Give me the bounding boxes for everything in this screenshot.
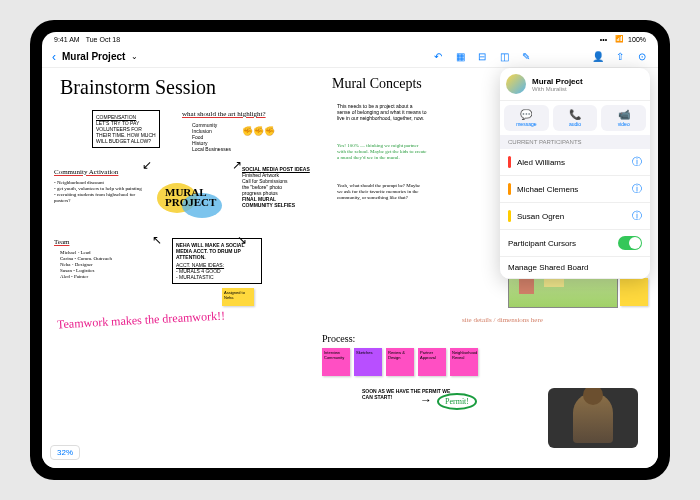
media-icon[interactable]: ▦ [454,51,466,63]
text-yes: Yes! 100% — thinking we might partner wi… [337,143,427,161]
heading-concepts: Mural Concepts [332,76,422,92]
list-highlights: CommunityInclusionFoodHistoryLocal Busin… [192,122,231,152]
info-icon[interactable]: ⓘ [632,209,642,223]
note-compensation[interactable]: COMPENSATION LET'S TRY TO PAY VOLUNTEERS… [92,110,160,148]
note-team: Michael - Lead Carina - Comm. Outreach N… [60,250,112,280]
sticky-assigned[interactable]: Assigned to Neha [222,288,254,306]
text-desc: This needs to be a project about a sense… [337,103,427,121]
note-social: SOCIAL MEDIA POST IDEAS Finished Artwork… [242,166,310,208]
video-participant [573,393,613,443]
pen-icon[interactable]: ✎ [520,51,532,63]
undo-icon[interactable]: ↶ [432,51,444,63]
text-icon[interactable]: ⊟ [476,51,488,63]
shareplay-panel: Mural ProjectWith Muralist 💬message 📞aud… [500,68,650,279]
audio-button[interactable]: 📞audio [553,105,598,131]
label-highlight: what should the art highlight? [182,110,266,118]
panel-header: Mural ProjectWith Muralist [500,68,650,100]
video-button[interactable]: 📹video [601,105,646,131]
sticky-process[interactable]: Interview Community [322,348,350,376]
sticky-note[interactable] [620,278,648,306]
facetime-pip[interactable] [548,388,638,448]
status-bar: 9:41 AMTue Oct 18 •••📶100% [42,32,658,46]
heading-brainstorm: Brainstorm Session [60,76,216,99]
label-process: Process: [322,333,355,344]
participant-row[interactable]: Michael Clemensⓘ [500,176,650,203]
sticky-process[interactable]: Neighborhood Reveal [450,348,478,376]
text-teamwork: Teamwork makes the dreamwork!! [57,309,226,333]
shape-icon[interactable]: ◫ [498,51,510,63]
toolbar: ‹ Mural Project ⌄ ↶ ▦ ⊟ ◫ ✎ 👤 ⇧ ⊙ [42,46,658,68]
note-neha[interactable]: NEHA WILL MAKE A SOCIAL MEDIA ACCT. TO D… [172,238,262,284]
text-details: site details / dimensions here [462,316,543,324]
chevron-down-icon[interactable]: ⌄ [131,52,138,61]
sticky-process[interactable]: Review & Design [386,348,414,376]
share-icon[interactable]: ⇧ [614,51,626,63]
manage-board-button[interactable]: Manage Shared Board [500,257,650,279]
mural-logo[interactable]: MURALPROJECT [157,178,227,228]
note-community: - Neighborhood discount - get youth, vol… [54,180,144,204]
label-team: Team [54,238,69,246]
section-label: CURRENT PARTICIPANTS [500,135,650,149]
sticky-process[interactable]: Sketches [354,348,382,376]
fist-icons: ✊✊✊ [242,126,275,136]
cursors-toggle-row: Participant Cursors [500,230,650,257]
label-community: Community Activation [54,168,118,176]
info-icon[interactable]: ⓘ [632,155,642,169]
participant-row[interactable]: Aled Williamsⓘ [500,149,650,176]
board-avatar [506,74,526,94]
more-icon[interactable]: ⊙ [636,51,648,63]
board-title: Mural Project [62,51,125,62]
message-button[interactable]: 💬message [504,105,549,131]
badge-permit: Permit! [437,393,477,410]
text-yeah: Yeah, what should the prompt be? Maybe w… [337,183,427,201]
sticky-process[interactable]: Partner Approval [418,348,446,376]
back-icon[interactable]: ‹ [52,50,56,64]
zoom-level[interactable]: 32% [50,445,80,460]
collab-icon[interactable]: 👤 [592,51,604,63]
participant-row[interactable]: Susan Ogrenⓘ [500,203,650,230]
info-icon[interactable]: ⓘ [632,182,642,196]
cursors-toggle[interactable] [618,236,642,250]
